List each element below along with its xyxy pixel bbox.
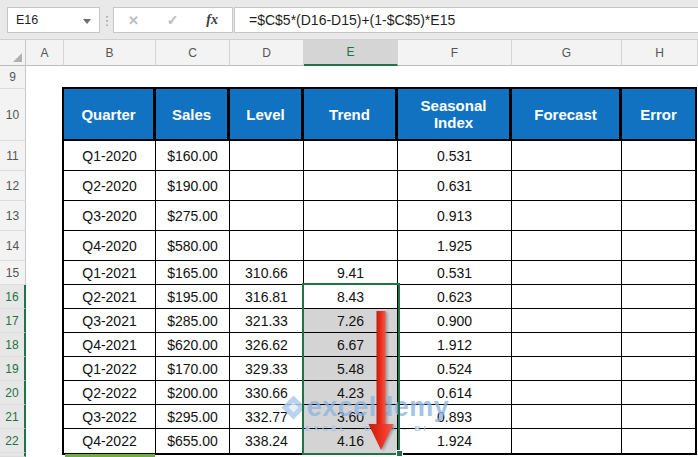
cell-trend-selected[interactable]: 5.48	[304, 357, 398, 381]
col-header-A[interactable]: A	[26, 40, 64, 66]
cell-trend-active[interactable]: 8.43	[304, 285, 398, 309]
header-level[interactable]: Level	[230, 89, 304, 141]
cell-error[interactable]	[622, 405, 695, 429]
col-header-G[interactable]: G	[512, 40, 622, 66]
cell-level[interactable]	[230, 231, 304, 261]
cell-trend-selected[interactable]: 4.23	[304, 381, 398, 405]
row-header-13[interactable]: 13	[0, 201, 26, 231]
cell-trend[interactable]	[304, 231, 398, 261]
cell-quarter[interactable]: Q2-2020	[64, 171, 156, 201]
cell-quarter[interactable]: Q4-2020	[64, 231, 156, 261]
cell-seasonal[interactable]: 1.912	[398, 333, 512, 357]
col-header-D[interactable]: D	[230, 40, 304, 66]
cell-error[interactable]	[622, 261, 695, 285]
cell-error[interactable]	[622, 201, 695, 231]
cell-forecast[interactable]	[512, 201, 622, 231]
cell-seasonal[interactable]: 0.893	[398, 405, 512, 429]
cell-sales[interactable]: $190.00	[156, 171, 230, 201]
cell-sales[interactable]: $620.00	[156, 333, 230, 357]
cell-forecast[interactable]	[512, 285, 622, 309]
cell-seasonal[interactable]: 0.524	[398, 357, 512, 381]
cell-quarter[interactable]: Q1-2020	[64, 141, 156, 171]
row-header-9[interactable]: 9	[0, 66, 26, 89]
cell-forecast[interactable]	[512, 261, 622, 285]
cell-seasonal[interactable]: 0.614	[398, 381, 512, 405]
cell-error[interactable]	[622, 333, 695, 357]
cell-trend-selected[interactable]: 7.26	[304, 309, 398, 333]
cell-sales[interactable]: $285.00	[156, 309, 230, 333]
cell-error[interactable]	[622, 285, 695, 309]
cell-level[interactable]: 329.33	[230, 357, 304, 381]
name-box-dropdown-icon[interactable]	[83, 19, 91, 24]
toolbar-resize-handle[interactable]: ⋮	[102, 7, 112, 33]
cell-forecast[interactable]	[512, 231, 622, 261]
cell-level[interactable]: 338.24	[230, 429, 304, 453]
row-header-16[interactable]: 16	[0, 285, 26, 309]
cell-forecast[interactable]	[512, 309, 622, 333]
cell-level[interactable]: 316.81	[230, 285, 304, 309]
cell-quarter[interactable]: Q3-2021	[64, 309, 156, 333]
cancel-icon[interactable]: ✕	[128, 13, 139, 28]
cell-forecast[interactable]	[512, 171, 622, 201]
cell-sales[interactable]: $165.00	[156, 261, 230, 285]
cell-trend[interactable]	[304, 201, 398, 231]
row-header-23-partial[interactable]	[0, 453, 26, 457]
cell-quarter[interactable]: Q3-2022	[64, 405, 156, 429]
cell-quarter[interactable]: Q2-2022	[64, 381, 156, 405]
row-header-19[interactable]: 19	[0, 357, 26, 381]
insert-function-icon[interactable]: fx	[206, 12, 218, 28]
cell-level[interactable]: 326.62	[230, 333, 304, 357]
cell-sales[interactable]: $655.00	[156, 429, 230, 453]
name-box[interactable]: E16	[7, 7, 100, 33]
cell-seasonal[interactable]: 0.913	[398, 201, 512, 231]
cell-sales[interactable]: $195.00	[156, 285, 230, 309]
cell-error[interactable]	[622, 141, 695, 171]
cell-level[interactable]	[230, 171, 304, 201]
header-error[interactable]: Error	[622, 89, 695, 141]
row-header-11[interactable]: 11	[0, 141, 26, 171]
cell-trend[interactable]	[304, 171, 398, 201]
header-quarter[interactable]: Quarter	[64, 89, 156, 141]
cell-quarter[interactable]: Q1-2021	[64, 261, 156, 285]
row-header-20[interactable]: 20	[0, 381, 26, 405]
fill-handle[interactable]	[396, 450, 403, 457]
cell-level[interactable]: 310.66	[230, 261, 304, 285]
cell-level[interactable]: 330.66	[230, 381, 304, 405]
row-header-22[interactable]: 22	[0, 429, 26, 453]
cell-sales[interactable]: $580.00	[156, 231, 230, 261]
cell-trend-selected[interactable]: 6.67	[304, 333, 398, 357]
cell-sales[interactable]: $200.00	[156, 381, 230, 405]
cell-forecast[interactable]	[512, 357, 622, 381]
cell-quarter[interactable]: Q4-2021	[64, 333, 156, 357]
cell-level[interactable]: 332.77	[230, 405, 304, 429]
cell-seasonal[interactable]: 0.623	[398, 285, 512, 309]
cell-seasonal[interactable]: 0.900	[398, 309, 512, 333]
cell-seasonal[interactable]: 1.925	[398, 231, 512, 261]
cell-level[interactable]	[230, 141, 304, 171]
cell-error[interactable]	[622, 309, 695, 333]
row-header-18[interactable]: 18	[0, 333, 26, 357]
cell-seasonal[interactable]: 0.531	[398, 261, 512, 285]
cell-error[interactable]	[622, 357, 695, 381]
enter-icon[interactable]: ✓	[167, 12, 179, 28]
cell-error[interactable]	[622, 429, 695, 453]
row-header-10[interactable]: 10	[0, 89, 26, 141]
cell-quarter[interactable]: Q3-2020	[64, 201, 156, 231]
cell-forecast[interactable]	[512, 381, 622, 405]
col-header-H[interactable]: H	[622, 40, 698, 66]
cell-trend[interactable]: 9.41	[304, 261, 398, 285]
col-header-F[interactable]: F	[398, 40, 512, 66]
cell-error[interactable]	[622, 171, 695, 201]
formula-input[interactable]: =$C$5*(D16-D15)+(1-$C$5)*E15	[234, 7, 698, 33]
row-header-17[interactable]: 17	[0, 309, 26, 333]
cell-forecast[interactable]	[512, 333, 622, 357]
cell-error[interactable]	[622, 231, 695, 261]
row-header-21[interactable]: 21	[0, 405, 26, 429]
col-header-B[interactable]: B	[64, 40, 156, 66]
row-header-12[interactable]: 12	[0, 171, 26, 201]
col-header-C[interactable]: C	[156, 40, 230, 66]
cell-level[interactable]: 321.33	[230, 309, 304, 333]
cell-seasonal[interactable]: 1.924	[398, 429, 512, 453]
header-trend[interactable]: Trend	[304, 89, 398, 141]
cell-forecast[interactable]	[512, 429, 622, 453]
